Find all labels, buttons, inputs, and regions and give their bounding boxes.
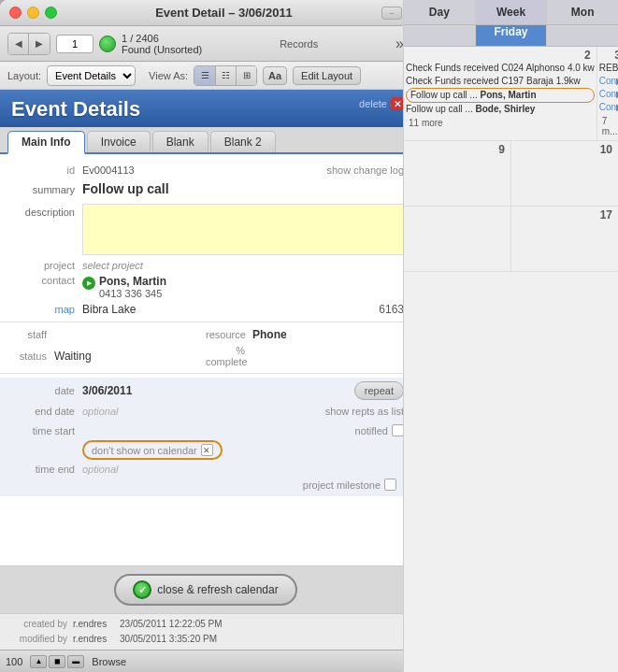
navbar: ◀ ▶ 1 / 2406 Found (Unsorted) Records »	[0, 26, 411, 62]
summary-value: Follow up call	[82, 181, 404, 196]
map-location: Bibra Lake	[82, 303, 371, 316]
status-icons: ▲ ◼ ▬	[30, 655, 84, 668]
cal-col-day[interactable]: Day	[404, 0, 476, 24]
layout-label: Layout:	[7, 70, 41, 81]
repeat-button[interactable]: repeat	[354, 381, 404, 400]
id-row: id Ev0004113 show change log	[0, 162, 411, 179]
nav-back-button[interactable]: ◀	[8, 34, 29, 54]
status-label: status	[7, 350, 54, 362]
project-select[interactable]: select project	[82, 260, 143, 271]
status-icon-2[interactable]: ◼	[49, 655, 65, 668]
cal-col-mon[interactable]: Mon	[547, 0, 618, 24]
contact-phone: 0413 336 345	[99, 288, 404, 299]
delete-link[interactable]: delete	[359, 98, 387, 109]
created-by-row: created by r.endres 23/05/2011 12:22:05 …	[7, 617, 404, 632]
titlebar: Event Detail – 3/06/2011 –	[0, 0, 411, 26]
cal-event-con3: Con▶	[599, 101, 618, 114]
statusbar: 100 ▲ ◼ ▬ Browse	[0, 650, 411, 672]
map-number: 6163	[379, 303, 404, 316]
record-count: 1 / 2406	[122, 33, 202, 44]
divider-1	[0, 322, 411, 322]
font-size-button[interactable]: Aa	[263, 66, 287, 85]
nav-arrows: ◀ ▶	[7, 33, 50, 55]
modified-by-label: modified by	[7, 632, 73, 647]
record-number-input[interactable]	[56, 35, 93, 53]
close-refresh-button[interactable]: close & refresh calendar	[114, 574, 296, 606]
time-end-label: time end	[7, 464, 82, 475]
tab-main-info[interactable]: Main Info	[7, 131, 85, 154]
status-icon-3[interactable]: ▬	[67, 655, 84, 668]
resource-value: Phone	[252, 328, 287, 341]
status-complete-row: status Waiting % complete	[0, 343, 411, 369]
cal-event-check2: Check Funds received C197 Baraja 1.9kw	[406, 75, 595, 88]
staff-section: staff	[7, 329, 206, 340]
date-value: 3/06/2011	[82, 384, 354, 397]
tab-blank2[interactable]: Blank 2	[210, 131, 276, 152]
staff-resource-row: staff resource Phone	[0, 326, 411, 343]
records-label: Records	[208, 38, 390, 50]
date-row: date 3/06/2011 repeat	[0, 378, 411, 404]
cal-col-week[interactable]: Week	[476, 0, 548, 24]
cal-event-con1: Con▶	[599, 75, 618, 88]
cal-row-9-10: 9 10	[404, 141, 618, 207]
time-end-value[interactable]: optional	[82, 464, 119, 475]
delete-bar: delete ✕	[359, 97, 404, 110]
summary-row: summary Follow up call	[0, 179, 411, 201]
map-row: map Bibra Lake 6163	[0, 301, 411, 318]
browse-mode-label: Browse	[92, 656, 126, 667]
show-repts-link[interactable]: show repts as list	[325, 406, 404, 417]
dont-show-calendar-container: don't show on calendar ✕	[82, 440, 223, 460]
minimize-button[interactable]	[27, 7, 39, 19]
end-date-row: end date optional show repts as list	[0, 404, 411, 419]
tab-blank[interactable]: Blank	[152, 131, 208, 152]
change-log-link[interactable]: show change log	[326, 164, 404, 176]
status-value: Waiting	[54, 350, 92, 363]
time-start-row: time start notifled	[0, 422, 411, 438]
notified-label: notifled	[355, 425, 388, 436]
cal-event-followup1[interactable]: Follow up call ... Pons, Martin	[406, 88, 595, 103]
description-input[interactable]	[82, 204, 404, 255]
view-grid-button[interactable]: ⊞	[236, 66, 256, 85]
tabs: Main Info Invoice Blank Blank 2	[0, 127, 411, 154]
status-indicator	[99, 36, 116, 52]
nav-forward-button[interactable]: ▶	[29, 34, 50, 54]
cal-friday-header: Friday	[476, 25, 547, 46]
project-milestone-checkbox[interactable]	[384, 479, 396, 491]
time-start-label: time start	[7, 425, 82, 436]
cal-event-followup2: Follow up call ... Bode, Shirley	[406, 103, 595, 116]
cal-week-row: 2 Check Funds received C024 Alphonso 4.0…	[404, 47, 618, 141]
records-info: 1 / 2406 Found (Unsorted)	[122, 33, 202, 55]
edit-layout-button[interactable]: Edit Layout	[293, 66, 361, 85]
view-list-button[interactable]: ☰	[194, 66, 215, 85]
tab-invoice[interactable]: Invoice	[87, 131, 151, 152]
close-button[interactable]	[9, 7, 22, 19]
notified-section: notifled	[82, 424, 404, 436]
cal-friday-label: Friday	[476, 25, 547, 38]
window-shrink-button[interactable]: –	[381, 7, 402, 20]
layout-select[interactable]: Event Details	[47, 65, 136, 86]
status-icon-1[interactable]: ▲	[30, 655, 47, 668]
close-checkmark-icon	[133, 580, 151, 599]
description-row: description	[0, 201, 411, 258]
contact-name[interactable]: Pons, Martin	[99, 275, 404, 288]
cal-subheader-row: Friday	[404, 25, 618, 47]
description-label: description	[7, 204, 82, 218]
main-window: Event Detail – 3/06/2011 – ◀ ▶ 1 / 2406 …	[0, 0, 411, 672]
created-by-label: created by	[7, 617, 73, 632]
calendar-header: Day Week Mon	[404, 0, 618, 25]
summary-label: summary	[7, 181, 82, 195]
map-label[interactable]: map	[7, 304, 82, 315]
end-date-value[interactable]: optional	[82, 406, 325, 417]
cal-date-2-num: 2	[406, 49, 595, 62]
cal-date-blank-col	[404, 207, 511, 271]
id-value: Ev0004113	[82, 164, 326, 176]
dont-show-checkbox[interactable]: ✕	[201, 444, 213, 456]
view-table-button[interactable]: ☷	[215, 66, 236, 85]
divider-2	[0, 373, 411, 374]
contact-label: contact	[7, 275, 82, 286]
complete-section: % complete	[206, 345, 404, 367]
delete-x-button[interactable]: ✕	[391, 97, 404, 110]
id-label: id	[7, 164, 82, 176]
maximize-button[interactable]	[45, 7, 57, 19]
contact-arrow-icon[interactable]	[82, 277, 95, 290]
